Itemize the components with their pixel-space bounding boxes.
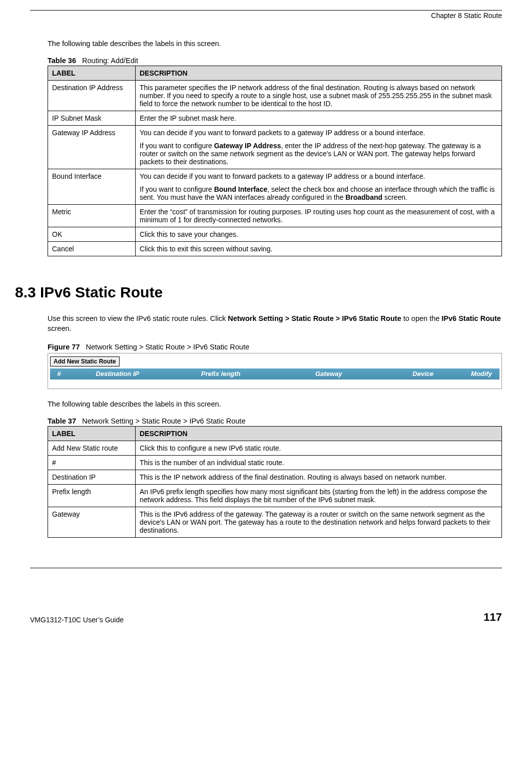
col-header-gateway: Gateway [275, 369, 383, 378]
cell-desc-p2: If you want to configure Bound Interface… [140, 185, 497, 201]
cell-label: OK [48, 227, 136, 242]
table-row: Add New Static route Click this to confi… [48, 441, 502, 455]
cell-label: Metric [48, 205, 136, 227]
table-row: Cancel Click this to exit this screen wi… [48, 242, 502, 256]
cell-label: Prefix length [48, 484, 136, 507]
table36-caption-label: Table 36 [48, 57, 76, 65]
cell-label: IP Subnet Mask [48, 111, 136, 126]
cell-desc: Enter the IP subnet mask here. [136, 111, 502, 126]
cell-desc-p1: You can decide if you want to forward pa… [140, 129, 497, 137]
figure77-label: Figure 77 [48, 343, 80, 351]
cell-desc: An IPv6 prefix length specifies how many… [136, 484, 502, 507]
cell-label: Cancel [48, 242, 136, 256]
cell-label: Bound Interface [48, 169, 136, 205]
cell-desc-p2: If you want to configure Gateway IP Addr… [140, 142, 497, 166]
table37-caption-text: Network Setting > Static Route > IPv6 St… [82, 417, 245, 425]
cell-desc: You can decide if you want to forward pa… [136, 169, 502, 205]
col-header-dest: Destination IP [68, 369, 167, 378]
figure77-text: Network Setting > Static Route > IPv6 St… [86, 343, 249, 351]
table-row: Metric Enter the “cost” of transmission … [48, 205, 502, 227]
table36-caption-text: Routing: Add/Edit [82, 57, 138, 65]
section-body-text: Use this screen to view the IPv6 static … [48, 313, 502, 334]
table36: LABEL DESCRIPTION Destination IP Address… [48, 66, 502, 256]
table-row: Destination IP This is the IP network ad… [48, 470, 502, 484]
table37: LABEL DESCRIPTION Add New Static route C… [48, 426, 502, 538]
cell-label: Destination IP Address [48, 81, 136, 111]
cell-label: Gateway [48, 507, 136, 537]
col-header-num: # [50, 369, 68, 378]
table-header-row: LABEL DESCRIPTION [48, 426, 502, 441]
table-row: # This is the number of an individual st… [48, 455, 502, 470]
cell-label: Add New Static route [48, 441, 136, 455]
col-header-device: Device [382, 369, 463, 378]
cell-desc: This parameter specifies the IP network … [136, 81, 502, 111]
table-header-row: LABEL DESCRIPTION [48, 66, 502, 81]
cell-desc: Click this to configure a new IPv6 stati… [136, 441, 502, 455]
add-new-static-route-button[interactable]: Add New Static Route [50, 356, 120, 366]
footer-guide-name: VMG1312-T10C User’s Guide [30, 616, 124, 624]
footer-rule [30, 568, 502, 568]
cell-desc: This is the IP network address of the fi… [136, 470, 502, 484]
th-label: LABEL [48, 426, 136, 441]
th-desc: DESCRIPTION [136, 66, 502, 81]
cell-desc: Enter the “cost” of transmission for rou… [136, 205, 502, 227]
chapter-header: Chapter 8 Static Route [30, 12, 502, 20]
cell-label: Destination IP [48, 470, 136, 484]
col-header-prefix: Prefix length [167, 369, 275, 378]
ipv6-table-header: # Destination IP Prefix length Gateway D… [50, 368, 499, 379]
table-row: Bound Interface You can decide if you wa… [48, 169, 502, 205]
table-row: Gateway IP Address You can decide if you… [48, 126, 502, 169]
cell-desc: You can decide if you want to forward pa… [136, 126, 502, 169]
th-label: LABEL [48, 66, 136, 81]
page-footer: VMG1312-T10C User’s Guide 117 [30, 608, 502, 624]
cell-label: Gateway IP Address [48, 126, 136, 169]
th-desc: DESCRIPTION [136, 426, 502, 441]
cell-desc: Click this to exit this screen without s… [136, 242, 502, 256]
table-row: Prefix length An IPv6 prefix length spec… [48, 484, 502, 507]
cell-desc: This is the number of an individual stat… [136, 455, 502, 470]
header-rule [30, 10, 502, 11]
table36-caption: Table 36 Routing: Add/Edit [48, 57, 502, 65]
intro-text-2: The following table describes the labels… [48, 400, 502, 408]
table-row: IP Subnet Mask Enter the IP subnet mask … [48, 111, 502, 126]
section-heading-8-3: 8.3 IPv6 Static Route [15, 284, 502, 301]
cell-desc: Click this to save your changes. [136, 227, 502, 242]
figure77-screenshot: Add New Static Route # Destination IP Pr… [48, 353, 502, 389]
table-row: Gateway This is the IPv6 address of the … [48, 507, 502, 537]
page-number: 117 [483, 611, 502, 624]
intro-text-1: The following table describes the labels… [48, 40, 502, 48]
table37-caption: Table 37 Network Setting > Static Route … [48, 417, 502, 425]
cell-label: # [48, 455, 136, 470]
col-header-modify: Modify [463, 369, 499, 378]
table37-caption-label: Table 37 [48, 417, 76, 425]
table-row: OK Click this to save your changes. [48, 227, 502, 242]
cell-desc-p1: You can decide if you want to forward pa… [140, 172, 497, 180]
figure77-caption: Figure 77 Network Setting > Static Route… [48, 343, 502, 351]
table-row: Destination IP Address This parameter sp… [48, 81, 502, 111]
cell-desc: This is the IPv6 address of the gateway.… [136, 507, 502, 537]
